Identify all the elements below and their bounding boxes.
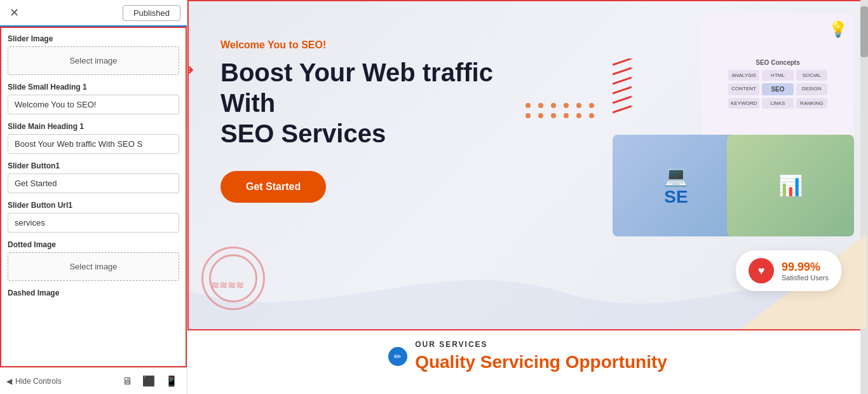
select-image-button-2[interactable]: Select image [8, 252, 179, 281]
slide-small-heading-group: Slide Small Heading 1 [8, 83, 179, 114]
mobile-view-button[interactable]: 📱 [163, 374, 180, 388]
slider-button1-group: Slider Button1 [8, 161, 179, 193]
slide-main-heading-group: Slide Main Heading 1 [8, 122, 179, 154]
panel-content: Slider Image Select image Slide Small He… [0, 27, 187, 367]
desktop-view-button[interactable]: 🖥 [119, 374, 135, 388]
our-services-label: OUR SERVICES [415, 340, 667, 349]
stats-icon: ♥ [749, 258, 774, 283]
slide-small-heading-label: Slide Small Heading 1 [8, 83, 179, 92]
close-button[interactable]: ✕ [6, 5, 22, 20]
mobile-icon: 📱 [165, 376, 178, 386]
seo-sketch-image: SEO Concepts ANALYSIS HTML SOCIAL CONTEN… [702, 14, 854, 154]
slider-button1-label: Slider Button1 [8, 161, 179, 170]
slide-main-heading-label: Slide Main Heading 1 [8, 122, 179, 131]
hero-content: Welcome You to SEO! Boost Your Web traff… [189, 1, 570, 241]
circle-decoration [201, 247, 265, 310]
arrow-indicator: ➜ [187, 62, 194, 78]
meeting-image: 📊 [727, 135, 854, 236]
hero-section: ➜ Welcome You to SEO! Boost Your Web tra… [187, 0, 868, 330]
left-panel: ✕ Published Slider Image Select image Sl… [0, 0, 187, 394]
stats-badge: ♥ 99.99% Satisfied Users [736, 250, 841, 291]
dashed-image-label: Dashed Image [8, 289, 179, 297]
stats-text: 99.99% Satisfied Users [782, 261, 829, 282]
footer-icons: 🖥 ⬛ 📱 [119, 374, 180, 388]
hero-images: SEO Concepts ANALYSIS HTML SOCIAL CONTEN… [613, 14, 854, 243]
tablet-icon: ⬛ [142, 376, 155, 386]
select-image-button-1[interactable]: Select image [8, 46, 179, 75]
bottom-section: ✏ OUR SERVICES Quality Servicing Opportu… [187, 330, 868, 394]
slide-main-heading-input[interactable] [8, 134, 179, 154]
desk-image: 💻 SE [613, 135, 740, 236]
dotted-image-label: Dotted Image [8, 240, 179, 249]
stats-number: 99.99% [782, 261, 829, 274]
scrollbar-track[interactable] [860, 0, 868, 394]
slide-small-heading-input[interactable] [8, 95, 179, 114]
hero-small-heading: Welcome You to SEO! [220, 39, 538, 51]
scribble-decoration: ≋≋≋≋ [211, 279, 244, 291]
slider-image-group: Slider Image Select image [8, 34, 179, 75]
panel-footer: ◀ Hide Controls 🖥 ⬛ 📱 [0, 367, 187, 394]
right-area: ➜ Welcome You to SEO! Boost Your Web tra… [187, 0, 868, 394]
hide-controls-button[interactable]: ◀ Hide Controls [6, 377, 62, 386]
dashed-image-group: Dashed Image [8, 289, 179, 297]
tablet-view-button[interactable]: ⬛ [140, 374, 158, 388]
slider-button-url1-group: Slider Button Url1 [8, 201, 179, 233]
get-started-button[interactable]: Get Started [220, 171, 326, 203]
stats-label: Satisfied Users [782, 274, 829, 282]
edit-icon[interactable]: ✏ [388, 347, 407, 366]
seo-sketch-content: SEO Concepts ANALYSIS HTML SOCIAL CONTEN… [702, 14, 854, 154]
slider-button-url1-input[interactable] [8, 213, 179, 233]
quality-heading: Quality Servicing Opportunity [415, 352, 667, 372]
scrollbar-thumb[interactable] [860, 6, 868, 57]
hide-controls-label: Hide Controls [15, 377, 62, 386]
top-bar: ✕ Published [0, 0, 187, 27]
published-button[interactable]: Published [123, 5, 180, 21]
desktop-icon: 🖥 [122, 376, 132, 386]
slider-button1-input[interactable] [8, 173, 179, 193]
dotted-image-group: Dotted Image Select image [8, 240, 179, 281]
slider-button-url1-label: Slider Button Url1 [8, 201, 179, 210]
chevron-left-icon: ◀ [6, 377, 12, 386]
hero-main-heading: Boost Your Web traffic With SEO Services [220, 57, 538, 149]
slider-image-label: Slider Image [8, 34, 179, 43]
